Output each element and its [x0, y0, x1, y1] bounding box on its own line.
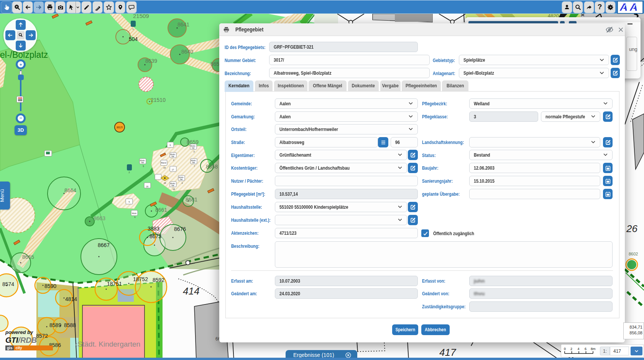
svg-text:2: 2 [173, 159, 174, 161]
svg-text:8659: 8659 [187, 139, 199, 145]
svg-text:4814: 4814 [65, 296, 77, 302]
svg-text:5: 5 [128, 201, 130, 203]
svg-text:Band: Band [161, 162, 166, 164]
svg-text:2: 2 [570, 347, 572, 351]
svg-text:417: 417 [439, 347, 457, 358]
svg-text:liar: liar [171, 155, 174, 157]
svg-text:26: 26 [626, 223, 637, 234]
svg-text:8665: 8665 [22, 254, 34, 260]
svg-text:21510: 21510 [151, 97, 166, 103]
svg-text:8658: 8658 [206, 164, 218, 170]
svg-text:8681: 8681 [186, 196, 197, 203]
svg-text:18: 18 [172, 188, 175, 190]
svg-text:2: 2 [128, 171, 130, 173]
svg-text:liar: liar [141, 161, 144, 164]
svg-text:504: 504 [129, 36, 138, 42]
svg-text:8602: 8602 [629, 252, 638, 256]
svg-text:liar: liar [192, 147, 195, 149]
svg-text:6: 6 [585, 347, 586, 351]
svg-text:8664: 8664 [64, 187, 76, 193]
svg-text:414: 414 [183, 285, 199, 297]
svg-text:111: 111 [46, 152, 49, 155]
svg-text:19: 19 [163, 167, 166, 169]
svg-text:‹Städt. Kindergarten: ‹Städt. Kindergarten [75, 340, 140, 348]
svg-text:0: 0 [564, 347, 566, 351]
svg-text:8639: 8639 [145, 58, 157, 64]
svg-text:8592: 8592 [153, 277, 164, 283]
svg-text:8676: 8676 [174, 226, 186, 232]
svg-text:1: 1 [132, 28, 133, 30]
svg-text:7: 7 [194, 165, 195, 167]
svg-text:8640: 8640 [181, 49, 193, 55]
svg-text:6: 6 [169, 144, 171, 146]
svg-text:18752: 18752 [133, 276, 148, 282]
svg-text:8574: 8574 [2, 281, 14, 287]
svg-text:4: 4 [578, 347, 580, 351]
svg-text:8589: 8589 [49, 322, 61, 328]
svg-text:865: 865 [210, 61, 220, 67]
svg-text:Mobi: Mobi [132, 212, 136, 214]
svg-text:8663: 8663 [94, 215, 105, 221]
svg-text:8588: 8588 [64, 322, 76, 328]
svg-text:15: 15 [164, 182, 166, 184]
svg-text:8661: 8661 [155, 207, 167, 213]
svg-text:8m: 8m [591, 347, 596, 351]
svg-text:17: 17 [172, 169, 174, 171]
svg-text:3883: 3883 [148, 226, 159, 232]
svg-text:18751: 18751 [107, 281, 122, 287]
svg-text:3017/: 3017/ [117, 126, 123, 129]
svg-text:8667: 8667 [98, 242, 110, 248]
svg-text:8590: 8590 [44, 283, 56, 289]
svg-text:liar: liar [180, 178, 183, 180]
svg-text:8673: 8673 [150, 233, 161, 239]
svg-text:liar: liar [171, 184, 174, 187]
svg-text:8641: 8641 [177, 21, 189, 28]
svg-text:4: 4 [181, 182, 182, 184]
svg-text:liar: liar [192, 161, 195, 164]
svg-text:3: 3 [193, 151, 194, 153]
svg-text:16: 16 [146, 185, 148, 188]
svg-text:6: 6 [134, 216, 135, 218]
svg-text:5: 5 [143, 165, 144, 167]
